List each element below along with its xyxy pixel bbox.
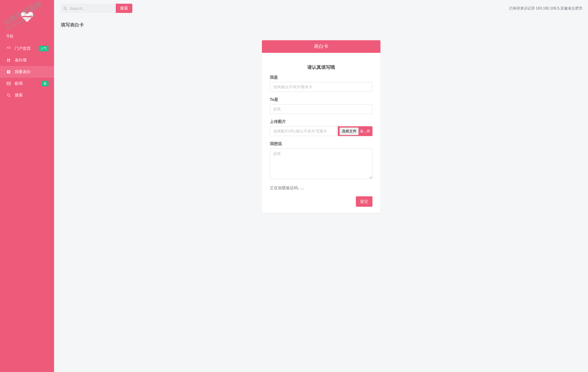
main: 搜索 已保存来访记录 183.160.106.5,安徽省合肥市 填写表白卡 表白… — [54, 0, 588, 372]
captcha-loading: 正在加载验证码...... — [270, 185, 372, 191]
content: 填写表白卡 表白卡 请认真填写哦 我是 Ta是 — [54, 17, 588, 222]
sidebar-item-home[interactable]: 门户首页 人气 — [0, 43, 54, 54]
topbar: 搜索 已保存来访记录 183.160.106.5,安徽省合肥市 — [54, 0, 588, 17]
sidebar-item-confess[interactable]: 我要表白 — [0, 66, 54, 78]
label-from: 我是 — [270, 75, 372, 80]
heart-logo-icon — [20, 11, 34, 22]
logo — [0, 5, 54, 31]
file-status: 未...件 — [360, 129, 370, 134]
search-input[interactable] — [70, 6, 113, 11]
search-button[interactable]: 搜索 — [116, 4, 132, 13]
page-title: 填写表白卡 — [61, 22, 581, 28]
badge-new: 新 — [42, 81, 49, 86]
label-to: Ta是 — [270, 97, 372, 102]
sidebar: 导航 门户首页 人气 表白墙 我要表白 邮局 新 — [0, 0, 54, 372]
sidebar-item-search[interactable]: 搜索 — [0, 89, 54, 101]
label-message: 我想说 — [270, 141, 372, 147]
sidebar-item-label: 邮局 — [15, 81, 23, 86]
sidebar-item-label: 表白墙 — [15, 57, 27, 63]
submit-button[interactable]: 提交 — [356, 196, 372, 207]
mail-icon — [6, 81, 11, 86]
search-wrap — [60, 4, 116, 13]
svg-point-8 — [64, 7, 66, 9]
dashboard-icon — [6, 46, 11, 51]
form-title: 请认真填写哦 — [270, 65, 372, 70]
sidebar-item-label: 门户首页 — [15, 46, 31, 51]
svg-rect-4 — [9, 61, 10, 62]
search-group: 搜索 — [60, 4, 132, 13]
card-header: 表白卡 — [262, 40, 380, 53]
file-choose-button[interactable]: 选择文件 — [340, 127, 359, 135]
badge-popular: 人气 — [39, 46, 49, 51]
sidebar-item-label: 我要表白 — [15, 69, 31, 75]
svg-point-7 — [7, 94, 10, 96]
input-image-url[interactable] — [270, 126, 337, 136]
sidebar-item-post[interactable]: 邮局 新 — [0, 78, 54, 89]
svg-rect-1 — [7, 59, 9, 60]
search-icon — [6, 93, 11, 98]
file-chooser-wrap: 选择文件 未...件 — [338, 126, 372, 136]
grid-icon — [6, 58, 11, 63]
sidebar-section-header: 导航 — [0, 31, 54, 41]
sidebar-item-wall[interactable]: 表白墙 — [0, 54, 54, 66]
plus-square-icon — [6, 69, 11, 74]
search-input-icon — [63, 6, 67, 10]
textarea-message[interactable] — [270, 148, 372, 179]
label-upload: 上传图片 — [270, 119, 372, 124]
input-to[interactable] — [270, 104, 372, 114]
visit-record: 已保存来访记录 183.160.106.5,安徽省合肥市 — [509, 6, 584, 11]
svg-rect-0 — [22, 16, 32, 17]
svg-rect-3 — [7, 61, 9, 62]
input-from[interactable] — [270, 82, 372, 92]
confession-card: 表白卡 请认真填写哦 我是 Ta是 上传图片 — [262, 40, 380, 213]
svg-rect-6 — [7, 82, 10, 85]
svg-rect-2 — [9, 59, 10, 60]
sidebar-item-label: 搜索 — [15, 92, 23, 98]
card-body: 请认真填写哦 我是 Ta是 上传图片 — [262, 53, 380, 213]
